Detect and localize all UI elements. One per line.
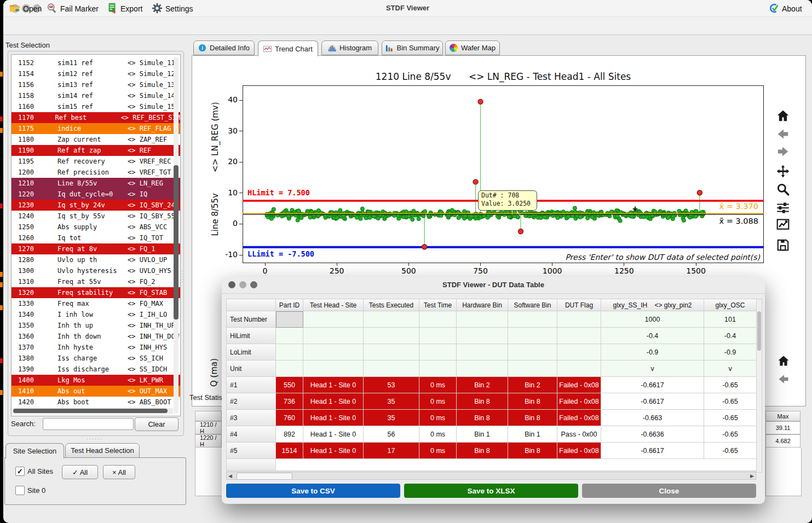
save-icon[interactable] <box>776 238 790 252</box>
info-cell[interactable] <box>303 344 364 361</box>
dut-cell[interactable]: Bin 2 <box>457 377 508 393</box>
info-cell[interactable] <box>276 361 303 377</box>
vertical-splitter-handle[interactable]: ····· <box>180 270 185 284</box>
dut-cell[interactable]: Bin 1 <box>457 426 508 443</box>
dut-value-cell[interactable]: -0.65 <box>704 393 757 410</box>
test-list-item[interactable]: 1170Ref best<> REF_BEST_SIM <box>11 112 180 123</box>
column-header[interactable]: Tests Executed <box>364 299 419 311</box>
home-icon[interactable] <box>776 109 790 123</box>
test-list-item[interactable]: 1350Inh th up<> INH_TH_UP <box>11 320 180 331</box>
test-list-item[interactable]: 1220Iq dut_cycle=0<> IQ <box>11 189 180 200</box>
info-cell[interactable] <box>508 344 557 361</box>
check-all-button[interactable]: ✓ All <box>62 465 98 479</box>
dut-cell[interactable]: Bin 1 <box>508 426 557 443</box>
info-cell[interactable] <box>508 311 557 328</box>
info-cell[interactable] <box>364 328 419 344</box>
dut-value-cell[interactable]: -0.65 <box>704 426 757 443</box>
dut-cell[interactable]: Bin 8 <box>457 410 508 426</box>
column-header[interactable]: DUT Flag <box>557 299 601 311</box>
column-header[interactable]: glxy_OSC <box>704 299 757 311</box>
fail-marker-button[interactable]: FAIL Fail Marker <box>44 2 101 16</box>
dut-cell[interactable]: 35 <box>364 393 419 410</box>
dut-cell[interactable]: 736 <box>276 393 303 410</box>
info-cell[interactable] <box>276 344 303 361</box>
info-cell[interactable] <box>457 361 508 377</box>
dut-value-cell[interactable]: -0.65 <box>704 443 757 459</box>
test-list-vscrollbar[interactable] <box>174 57 178 414</box>
dut-cell[interactable]: Head 1 - Site 0 <box>303 443 364 459</box>
test-list-item[interactable]: 1158sim14 ref<> Simule_14 <box>11 90 180 101</box>
pan-icon[interactable] <box>776 164 790 178</box>
info-cell[interactable] <box>457 344 508 361</box>
dut-cell[interactable]: Bin 8 <box>508 393 557 410</box>
info-cell[interactable] <box>457 311 508 328</box>
test-list[interactable]: 1152sim11 ref<> Simule_111154sim12 ref<>… <box>11 54 181 416</box>
dut-cell[interactable]: 550 <box>276 377 303 393</box>
test-list-item[interactable]: 1195Ref recovery<> VREF_REC <box>11 156 180 167</box>
test-list-item[interactable]: 1190Ref aft zap<> REF <box>11 145 180 156</box>
info-cell[interactable] <box>557 344 601 361</box>
info-cell[interactable] <box>419 361 457 377</box>
test-list-item[interactable]: 1154sim12 ref<> Simule_12 <box>11 68 180 79</box>
test-list-item[interactable]: 1340I inh low<> I_IH_LO <box>11 309 180 320</box>
info-value-cell[interactable]: v <box>601 361 704 377</box>
forward-icon[interactable] <box>776 144 790 159</box>
subplots-icon[interactable] <box>776 201 790 215</box>
dut-cell[interactable]: Bin 8 <box>457 443 508 459</box>
info-cell[interactable] <box>419 328 457 344</box>
tab-wafer-map[interactable]: Wafer Map <box>445 40 500 55</box>
column-header[interactable] <box>227 299 276 311</box>
tab-histogram[interactable]: Histogram <box>321 40 378 55</box>
column-header[interactable]: Software Bin <box>508 299 557 311</box>
clear-button[interactable]: Clear <box>135 417 178 431</box>
tab-test-head-selection[interactable]: Test Head Selection <box>65 443 140 458</box>
tab-bin-summary[interactable]: Bin Summary <box>382 40 443 55</box>
row-header[interactable]: #3 <box>227 410 276 426</box>
info-value-cell[interactable]: 1000 <box>601 311 704 328</box>
row-header[interactable]: Unit <box>227 361 276 377</box>
test-list-hscroll-thumb[interactable] <box>13 409 168 413</box>
export-button[interactable]: Export <box>104 2 145 16</box>
info-cell[interactable] <box>364 344 419 361</box>
dut-data-table[interactable]: Part IDTest Head - SiteTests ExecutedTes… <box>226 299 757 471</box>
test-list-item[interactable]: 1380Iss charge<> SS_ICH <box>11 353 180 364</box>
tab-site-selection[interactable]: Site Selection <box>5 443 64 458</box>
test-list-item[interactable]: 1250Abs supply<> ABS_VCC <box>11 222 180 233</box>
row-header[interactable]: HiLimit <box>227 328 276 344</box>
info-value-cell[interactable]: v <box>704 361 757 377</box>
dut-cell[interactable]: 56 <box>364 426 419 443</box>
save-to-xlsx-button[interactable]: Save to XLSX <box>404 484 578 498</box>
test-list-item[interactable]: 1330Freq max<> FQ_MAX <box>11 298 180 309</box>
dut-value-cell[interactable]: -0.6636 <box>601 426 704 443</box>
info-cell[interactable] <box>364 311 419 328</box>
scroll-right-arrow-icon[interactable]: ▶ <box>750 473 754 479</box>
dut-cell[interactable]: 17 <box>364 443 419 459</box>
about-button[interactable]: About <box>765 2 804 16</box>
row-header[interactable]: #1 <box>227 377 276 393</box>
row-header[interactable]: LoLimit <box>227 344 276 361</box>
test-list-item[interactable]: 1280Uvlo up th<> UVLO_UP <box>11 254 180 265</box>
test-list-item[interactable]: 1320Freq stability<> FQ_STAB <box>11 287 180 298</box>
dut-value-cell[interactable]: -0.663 <box>601 410 704 426</box>
row-header[interactable]: #5 <box>227 443 276 459</box>
save-to-csv-button[interactable]: Save to CSV <box>226 484 400 498</box>
column-header[interactable]: glxy_SS_IH <> glxy_pin2 <box>601 299 704 311</box>
test-list-item[interactable]: 1152sim11 ref<> Simule_11 <box>11 57 180 68</box>
column-header[interactable]: Test Time <box>419 299 457 311</box>
dialog-hscrollbar[interactable]: ◀ ▶ <box>226 472 756 480</box>
info-cell[interactable] <box>303 361 364 377</box>
info-cell[interactable] <box>364 361 419 377</box>
info-cell[interactable] <box>508 328 557 344</box>
test-list-vscroll-thumb[interactable] <box>174 165 178 319</box>
dut-cell[interactable]: Pass - 0x00 <box>557 426 601 443</box>
test-list-item[interactable]: 1370Inh hyste<> INH_HYS <box>11 342 180 353</box>
dut-cell[interactable]: Bin 8 <box>457 393 508 410</box>
tab-trend-chart[interactable]: Trend Chart <box>258 40 318 56</box>
test-list-item[interactable]: 1300Uvlo hysteresis<> UVLO_HYS <box>11 265 180 276</box>
customize-icon[interactable] <box>776 217 790 231</box>
column-header[interactable]: Hardware Bin <box>457 299 508 311</box>
dut-cell[interactable]: 0 ms <box>419 410 457 426</box>
test-list-item[interactable]: 1180Zap current<> ZAP_REF <box>11 134 180 145</box>
dut-cell[interactable]: Failed - 0x08 <box>557 443 601 459</box>
test-list-item[interactable]: 1360Inh th down<> INH_TH_DOW <box>11 331 180 342</box>
